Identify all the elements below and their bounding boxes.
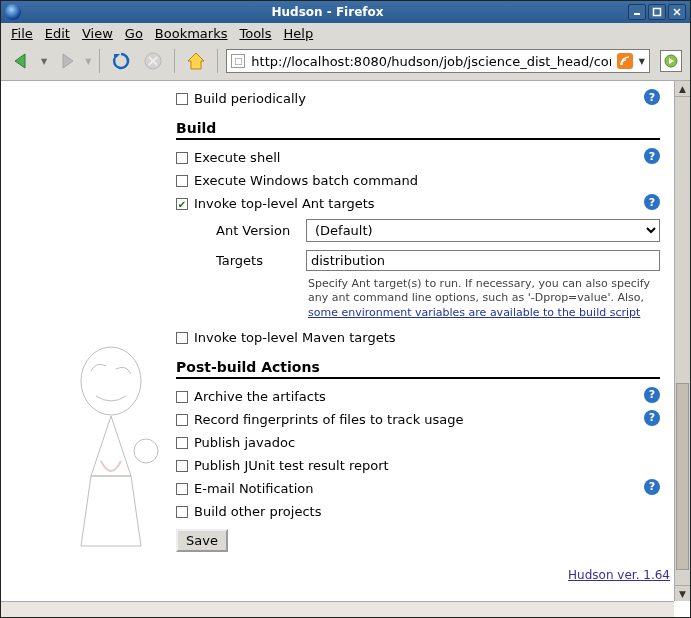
ant-version-label: Ant Version	[216, 223, 296, 238]
url-input[interactable]	[249, 53, 613, 70]
ant-targets-input[interactable]	[306, 250, 660, 271]
invoke-maven-label: Invoke top-level Maven targets	[194, 330, 660, 345]
window-title: Hudson - Firefox	[27, 5, 628, 19]
build-other-row: Build other projects	[176, 500, 660, 523]
javadoc-checkbox[interactable]	[176, 437, 188, 449]
ant-targets-row: Targets	[176, 246, 660, 275]
home-button[interactable]	[183, 48, 209, 74]
menu-bookmarks[interactable]: Bookmarks	[155, 26, 228, 41]
menu-tools[interactable]: Tools	[239, 26, 271, 41]
build-other-label: Build other projects	[194, 504, 660, 519]
stop-button	[140, 48, 166, 74]
help-icon[interactable]: ?	[644, 148, 660, 164]
ant-targets-hint: Specify Ant target(s) to run. If necessa…	[176, 275, 660, 326]
menu-help[interactable]: Help	[284, 26, 314, 41]
ant-version-select[interactable]: (Default)	[306, 219, 660, 242]
execute-shell-row: Execute shell ?	[176, 146, 660, 169]
javadoc-label: Publish javadoc	[194, 435, 660, 450]
menu-edit[interactable]: Edit	[45, 26, 70, 41]
build-periodically-checkbox[interactable]	[176, 93, 188, 105]
invoke-ant-label: Invoke top-level Ant targets	[194, 196, 660, 211]
forward-button[interactable]	[53, 48, 79, 74]
ant-targets-label: Targets	[216, 253, 296, 268]
execute-win-batch-checkbox[interactable]	[176, 175, 188, 187]
back-button[interactable]	[9, 48, 35, 74]
page-content: Build periodically ? Build Execute shell…	[1, 81, 690, 617]
junit-row: Publish JUnit test result report	[176, 454, 660, 477]
help-icon[interactable]: ?	[644, 89, 660, 105]
maximize-button[interactable]	[648, 4, 666, 20]
menu-file[interactable]: File	[11, 26, 33, 41]
javadoc-row: Publish javadoc	[176, 431, 660, 454]
help-icon[interactable]: ?	[644, 387, 660, 403]
scroll-up-arrow[interactable]: ▲	[675, 81, 690, 97]
svg-marker-4	[15, 54, 25, 68]
section-post-build-heading: Post-build Actions	[176, 359, 660, 379]
hudson-version-link[interactable]: Hudson ver. 1.64	[568, 568, 670, 582]
help-icon[interactable]: ?	[644, 479, 660, 495]
build-periodically-row: Build periodically ?	[176, 87, 660, 110]
svg-rect-1	[654, 9, 661, 16]
url-dropdown-icon[interactable]: ▼	[637, 57, 647, 66]
email-label: E-mail Notification	[194, 481, 660, 496]
help-icon[interactable]: ?	[644, 410, 660, 426]
close-button[interactable]	[668, 4, 686, 20]
build-other-checkbox[interactable]	[176, 506, 188, 518]
vertical-scrollbar[interactable]: ▲ ▼	[674, 81, 690, 601]
rss-icon[interactable]	[617, 53, 633, 69]
svg-marker-10	[188, 53, 204, 69]
fingerprint-checkbox[interactable]	[176, 414, 188, 426]
fingerprint-row: Record fingerprints of files to track us…	[176, 408, 660, 431]
svg-point-11	[621, 63, 623, 65]
email-checkbox[interactable]	[176, 483, 188, 495]
archive-artifacts-row: Archive the artifacts ?	[176, 385, 660, 408]
invoke-ant-row: ✔ Invoke top-level Ant targets ?	[176, 192, 660, 215]
back-dropdown-icon[interactable]: ▼	[41, 57, 47, 66]
execute-shell-label: Execute shell	[194, 150, 660, 165]
env-vars-link[interactable]: some environment variables are available…	[308, 306, 640, 319]
footer: Hudson ver. 1.64	[1, 562, 690, 586]
firefox-icon	[5, 4, 21, 20]
firefox-window: Hudson - Firefox File Edit View Go Bookm…	[0, 0, 691, 618]
scroll-down-arrow[interactable]: ▼	[675, 585, 690, 601]
junit-checkbox[interactable]	[176, 460, 188, 472]
execute-win-batch-row: Execute Windows batch command	[176, 169, 660, 192]
archive-artifacts-label: Archive the artifacts	[194, 389, 660, 404]
horizontal-scrollbar[interactable]	[1, 601, 674, 617]
reload-button[interactable]	[108, 48, 134, 74]
archive-artifacts-checkbox[interactable]	[176, 391, 188, 403]
execute-shell-checkbox[interactable]	[176, 152, 188, 164]
forward-dropdown-icon: ▼	[85, 57, 91, 66]
url-bar[interactable]: □ ▼	[226, 49, 650, 73]
svg-marker-5	[63, 54, 73, 68]
titlebar: Hudson - Firefox	[1, 1, 690, 23]
junit-label: Publish JUnit test result report	[194, 458, 660, 473]
help-icon[interactable]: ?	[644, 194, 660, 210]
menu-go[interactable]: Go	[125, 26, 143, 41]
menu-view[interactable]: View	[82, 26, 113, 41]
email-row: E-mail Notification ?	[176, 477, 660, 500]
execute-win-batch-label: Execute Windows batch command	[194, 173, 660, 188]
menubar: File Edit View Go Bookmarks Tools Help	[1, 23, 690, 44]
invoke-ant-checkbox[interactable]: ✔	[176, 198, 188, 210]
fingerprint-label: Record fingerprints of files to track us…	[194, 412, 660, 427]
minimize-button[interactable]	[628, 4, 646, 20]
svg-marker-6	[114, 54, 120, 60]
go-button[interactable]	[660, 50, 682, 72]
scroll-thumb[interactable]	[676, 383, 689, 570]
toolbar: ▼ ▼ □ ▼	[1, 44, 690, 81]
section-build-heading: Build	[176, 120, 660, 140]
ant-version-row: Ant Version (Default)	[176, 215, 660, 246]
build-periodically-label: Build periodically	[194, 91, 660, 106]
invoke-maven-checkbox[interactable]	[176, 332, 188, 344]
page-favicon: □	[231, 54, 245, 68]
invoke-maven-row: Invoke top-level Maven targets	[176, 326, 660, 349]
save-button[interactable]: Save	[176, 529, 228, 552]
